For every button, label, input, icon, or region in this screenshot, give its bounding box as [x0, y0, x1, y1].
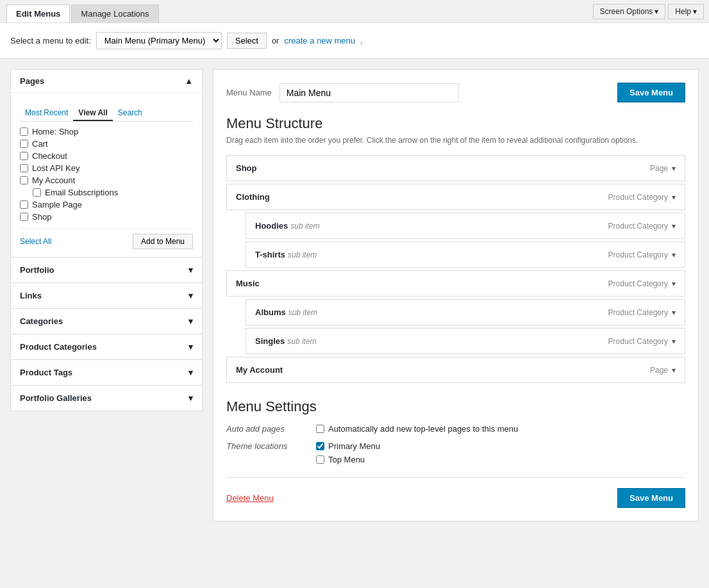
select-menu-label: Select a menu to edit: [10, 36, 91, 45]
menu-select[interactable]: Main Menu (Primary Menu) [96, 32, 222, 49]
chevron-down-icon: ▾ [188, 316, 193, 326]
menu-item-type: Product Category ▾ [608, 193, 676, 202]
chevron-down-icon: ▾ [188, 342, 193, 352]
accordion-item: Categories ▾ [10, 308, 203, 334]
theme-location-checkbox[interactable] [316, 442, 324, 450]
page-checkbox-item: Checkout [20, 151, 193, 161]
menu-item-expand-button[interactable]: ▾ [672, 193, 676, 202]
theme-location-label: Primary Menu [328, 441, 380, 451]
menu-item[interactable]: Hoodiessub item Product Category ▾ [246, 213, 685, 239]
chevron-down-icon: ▾ [693, 7, 697, 16]
page-label: Lost API Key [32, 163, 79, 173]
main-tabs: Edit Menus Manage Locations [0, 3, 159, 22]
page-label: Shop [32, 212, 51, 222]
theme-location-label: Top Menu [328, 455, 365, 464]
auto-add-content: Automatically add new top-level pages to… [316, 424, 518, 434]
accordion-item-header[interactable]: Portfolio Galleries ▾ [11, 386, 202, 411]
menu-item-name: T-shirtssub item [255, 250, 317, 259]
chevron-down-icon: ▾ [655, 7, 658, 16]
page-checkbox[interactable] [20, 213, 28, 221]
menu-item[interactable]: Singlessub item Product Category ▾ [246, 328, 685, 354]
accordion-item-header[interactable]: Links ▾ [11, 283, 202, 308]
chevron-down-icon: ▾ [188, 393, 193, 403]
pages-accordion-header[interactable]: Pages ▲ [11, 70, 202, 93]
menu-item-name: Albumssub item [255, 307, 317, 317]
select-button[interactable]: Select [227, 33, 267, 49]
accordion-item: Portfolio Galleries ▾ [10, 385, 203, 411]
page-label: Checkout [32, 151, 67, 161]
menu-item[interactable]: T-shirtssub item Product Category ▾ [246, 241, 685, 268]
or-text: or [272, 36, 279, 45]
menu-item[interactable]: Clothing Product Category ▾ [226, 184, 685, 210]
menu-item-name: Singlessub item [255, 336, 317, 346]
tab-view-all[interactable]: View All [73, 106, 112, 121]
page-label: My Account [32, 176, 75, 185]
accordion-item: Product Categories ▾ [10, 334, 203, 360]
page-checkbox[interactable] [20, 200, 28, 209]
auto-add-label: Auto add pages [226, 424, 316, 434]
pages-inner-tabs: Most Recent View All Search [20, 106, 193, 122]
pages-actions: Select All Add to Menu [20, 228, 193, 249]
accordion-item-label: Links [20, 291, 42, 300]
tab-most-recent[interactable]: Most Recent [20, 106, 73, 121]
delete-menu-button[interactable]: Delete Menu [226, 493, 274, 503]
menu-item-type: Product Category ▾ [608, 337, 676, 346]
tab-manage-locations[interactable]: Manage Locations [71, 4, 158, 22]
chevron-down-icon: ▾ [188, 368, 193, 377]
menu-item-type: Product Category ▾ [608, 279, 676, 288]
create-new-menu-link[interactable]: create a new menu [284, 36, 355, 45]
menu-item-type: Product Category ▾ [608, 222, 676, 231]
theme-locations-content: Primary Menu Top Menu [316, 441, 380, 464]
right-panel: Menu Name Save Menu Menu Structure Drag … [213, 69, 699, 521]
save-menu-button-top[interactable]: Save Menu [617, 83, 685, 102]
page-checkbox[interactable] [20, 140, 28, 148]
auto-add-row: Auto add pages Automatically add new top… [226, 424, 685, 434]
page-label: Email Subscriptions [45, 188, 118, 197]
accordion-item-label: Product Categories [20, 342, 97, 352]
menu-item-expand-button[interactable]: ▾ [672, 279, 676, 288]
page-checkbox[interactable] [20, 176, 28, 184]
theme-locations-row: Theme locations Primary Menu Top Menu [226, 441, 685, 464]
page-checkbox[interactable] [20, 127, 28, 136]
accordion-item-label: Portfolio Galleries [20, 393, 92, 403]
menu-name-input[interactable] [279, 83, 459, 102]
page-checkbox[interactable] [33, 188, 41, 197]
page-checkbox-item: Sample Page [20, 200, 193, 209]
accordion-item-label: Product Tags [20, 368, 72, 377]
menu-item[interactable]: Shop Page ▾ [226, 155, 685, 181]
menu-item-name: Clothing [236, 192, 270, 202]
accordion-item: Product Tags ▾ [10, 359, 203, 386]
screen-options-button[interactable]: Screen Options ▾ [593, 4, 666, 19]
chevron-down-icon: ▾ [188, 265, 193, 275]
save-menu-button-bottom[interactable]: Save Menu [617, 488, 685, 508]
select-all-link[interactable]: Select All [20, 237, 51, 246]
menu-item[interactable]: Albumssub item Product Category ▾ [246, 299, 685, 325]
auto-add-checkbox[interactable] [316, 425, 324, 433]
menu-item[interactable]: My Account Page ▾ [226, 357, 685, 383]
accordion-item-header[interactable]: Product Categories ▾ [11, 334, 202, 359]
theme-location-checkbox[interactable] [316, 455, 324, 464]
menu-item-expand-button[interactable]: ▾ [672, 250, 676, 259]
tab-edit-menus[interactable]: Edit Menus [6, 4, 70, 22]
chevron-down-icon: ▾ [188, 291, 193, 300]
pages-body: Most Recent View All Search Home: ShopCa… [11, 93, 202, 257]
accordion-item-header[interactable]: Product Tags ▾ [11, 360, 202, 385]
pages-checkbox-list: Home: ShopCartCheckoutLost API KeyMy Acc… [20, 127, 193, 222]
accordion-item-header[interactable]: Portfolio ▾ [11, 257, 202, 282]
page-checkbox[interactable] [20, 152, 28, 160]
page-checkbox-item: Email Subscriptions [20, 188, 193, 197]
menu-item-expand-button[interactable]: ▾ [672, 337, 676, 346]
add-to-menu-button[interactable]: Add to Menu [133, 234, 193, 249]
menu-item-expand-button[interactable]: ▾ [672, 308, 676, 317]
tab-search[interactable]: Search [113, 106, 147, 121]
help-button[interactable]: Help ▾ [668, 4, 704, 19]
accordion-item-header[interactable]: Categories ▾ [11, 309, 202, 334]
menu-structure-title: Menu Structure [226, 115, 685, 132]
menu-item-expand-button[interactable]: ▾ [672, 164, 676, 173]
menu-item-expand-button[interactable]: ▾ [672, 222, 676, 231]
menu-item[interactable]: Music Product Category ▾ [226, 270, 685, 297]
menu-item-expand-button[interactable]: ▾ [672, 366, 676, 375]
select-menu-bar: Select a menu to edit: Main Menu (Primar… [0, 23, 709, 59]
right-card: Menu Name Save Menu Menu Structure Drag … [213, 69, 699, 521]
page-checkbox[interactable] [20, 164, 28, 172]
